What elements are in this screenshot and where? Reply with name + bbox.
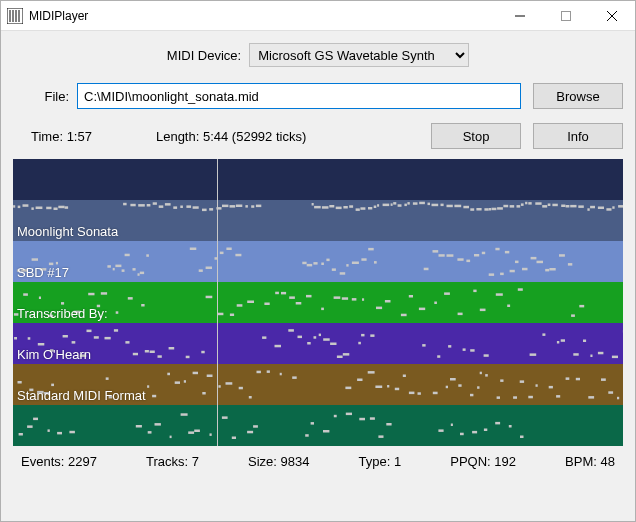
svg-rect-40 [322,206,329,209]
file-label: File: [13,89,69,104]
svg-rect-240 [44,392,50,395]
svg-rect-127 [447,254,454,256]
svg-rect-131 [482,252,485,255]
svg-rect-80 [561,205,565,208]
svg-rect-197 [105,337,111,340]
svg-rect-100 [125,254,130,257]
piano-track [13,159,623,200]
svg-rect-156 [141,304,144,307]
svg-rect-241 [51,384,54,387]
minimize-button[interactable] [497,1,543,30]
device-select[interactable]: Microsoft GS Wavetable Synth [249,43,469,67]
svg-rect-272 [458,384,461,387]
svg-rect-173 [376,307,382,310]
svg-rect-232 [583,340,586,343]
svg-rect-60 [441,204,444,207]
svg-rect-243 [109,396,113,399]
browse-button[interactable]: Browse [533,83,623,109]
svg-rect-43 [343,206,347,209]
svg-rect-231 [573,353,578,356]
svg-rect-54 [404,204,407,207]
maximize-button[interactable] [543,1,589,30]
svg-rect-223 [448,345,451,348]
svg-rect-159 [230,314,234,317]
svg-rect-81 [566,205,570,208]
svg-rect-171 [352,298,357,301]
svg-rect-311 [323,430,329,433]
svg-rect-73 [521,203,524,206]
time-row: Time: 1:57 Length: 5:44 (52992 ticks) St… [13,123,623,149]
svg-rect-55 [407,202,409,205]
svg-rect-47 [368,207,372,210]
info-button[interactable]: Info [533,123,623,149]
svg-rect-169 [334,296,341,299]
svg-rect-212 [314,336,317,339]
svg-rect-141 [545,269,549,272]
svg-rect-30 [209,208,213,211]
svg-rect-56 [413,202,418,205]
svg-rect-310 [311,422,314,425]
svg-rect-284 [556,395,560,398]
piano-roll[interactable]: Moonlight SonataSBD #17Transcribed By:Ki… [13,159,623,446]
svg-rect-118 [340,272,346,275]
svg-rect-162 [264,303,269,306]
svg-rect-137 [515,261,519,264]
titlebar: MIDIPlayer [1,1,635,31]
status-bpm: BPM: 48 [565,454,615,469]
svg-rect-318 [438,429,443,432]
svg-rect-175 [401,314,407,317]
svg-rect-124 [424,268,429,271]
svg-rect-286 [576,378,580,381]
svg-rect-292 [27,425,32,428]
close-button[interactable] [589,1,635,30]
svg-rect-119 [346,264,348,267]
svg-rect-58 [428,203,431,206]
svg-rect-168 [321,308,324,311]
svg-rect-234 [598,352,604,355]
piano-track [13,405,623,446]
svg-rect-113 [307,264,313,267]
svg-rect-299 [155,423,161,426]
file-input[interactable] [77,83,521,109]
svg-rect-201 [145,350,149,353]
svg-rect-309 [305,434,309,437]
svg-rect-39 [314,206,321,209]
svg-rect-103 [140,272,144,275]
svg-rect-9 [13,205,15,208]
svg-rect-218 [358,342,361,345]
svg-rect-34 [236,205,242,208]
svg-rect-186 [571,314,575,317]
svg-rect-319 [451,424,453,427]
svg-rect-10 [18,206,21,209]
svg-rect-287 [588,396,594,399]
svg-rect-229 [557,341,559,344]
svg-rect-321 [472,431,477,434]
svg-rect-233 [590,355,592,358]
svg-rect-247 [175,381,180,384]
svg-rect-52 [393,202,396,205]
svg-rect-214 [323,338,330,341]
svg-rect-181 [473,290,476,293]
svg-rect-26 [180,206,183,209]
svg-rect-18 [123,203,127,206]
svg-rect-188 [14,337,17,340]
svg-rect-133 [495,248,499,251]
svg-rect-262 [368,371,375,374]
svg-rect-66 [484,208,488,211]
track-label: Moonlight Sonata [17,224,118,239]
svg-rect-31 [216,207,221,210]
svg-rect-235 [612,356,618,359]
svg-rect-139 [531,257,537,260]
content-area: MIDI Device: Microsoft GS Wavetable Synt… [1,31,635,521]
svg-rect-269 [433,392,438,395]
svg-rect-253 [226,382,233,385]
svg-rect-176 [409,295,413,298]
svg-rect-261 [357,379,362,382]
stop-button[interactable]: Stop [431,123,521,149]
svg-rect-90 [17,269,20,272]
svg-rect-195 [87,330,92,333]
svg-rect-116 [326,259,329,262]
svg-rect-205 [186,356,190,359]
svg-rect-151 [88,293,94,296]
svg-rect-288 [601,378,606,381]
